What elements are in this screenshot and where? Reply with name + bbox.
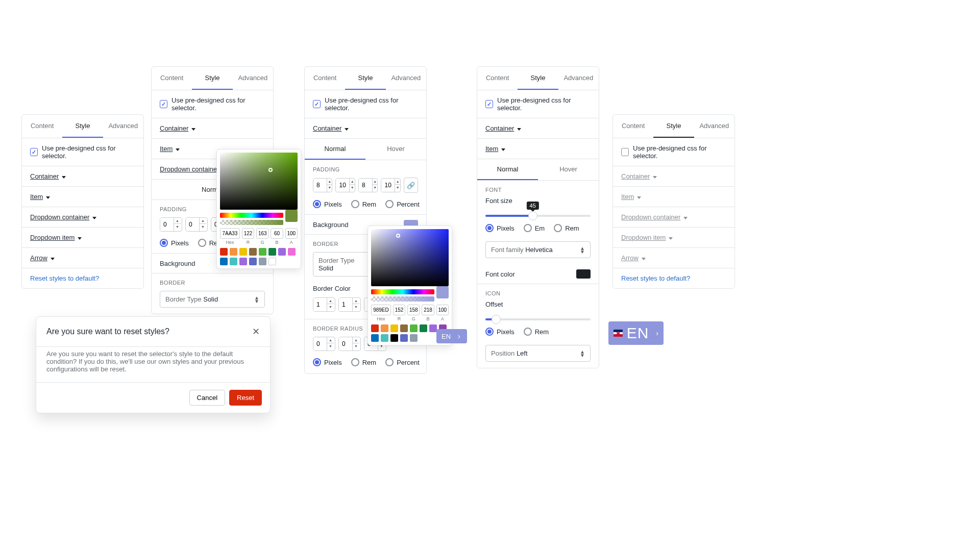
section-item[interactable]: Item <box>621 193 641 201</box>
g-input[interactable] <box>256 228 268 239</box>
hue-slider[interactable] <box>220 213 283 218</box>
hex-input[interactable] <box>371 305 391 315</box>
g-input[interactable] <box>407 305 420 315</box>
checkbox-icon[interactable] <box>621 148 629 156</box>
checkbox-icon <box>160 100 167 108</box>
border-label: BORDER <box>152 273 273 288</box>
alpha-slider[interactable] <box>220 220 283 225</box>
border-w-1[interactable]: ▲▼ <box>313 297 335 312</box>
flag-icon <box>614 330 623 337</box>
reset-styles-link[interactable]: Reset styles to default? <box>30 274 99 282</box>
icon-section-label: ICON <box>477 284 599 298</box>
radius-1[interactable]: ▲▼ <box>313 337 335 351</box>
reset-button[interactable]: Reset <box>229 390 262 406</box>
tab-content[interactable]: Content <box>477 67 518 90</box>
section-item[interactable]: Item <box>485 145 505 153</box>
unit-pixels[interactable]: Pixels <box>313 358 342 366</box>
tab-advanced[interactable]: Advanced <box>694 115 734 138</box>
modal-title: Are you sure want to reset styles? <box>46 327 169 336</box>
r-input[interactable] <box>393 305 405 315</box>
tab-content[interactable]: Content <box>305 67 345 90</box>
font-family-select[interactable]: Font family Helvetica ▲▼ <box>485 241 591 258</box>
tab-style[interactable]: Style <box>345 67 385 90</box>
section-dropdown-item[interactable]: Dropdown item <box>30 234 82 241</box>
offset-slider[interactable] <box>485 318 591 320</box>
alpha-slider[interactable] <box>371 296 434 302</box>
border-type-select[interactable]: Border Type Solid ▲▼ <box>160 291 265 308</box>
section-container[interactable]: Container <box>160 124 195 132</box>
unit-pixels[interactable]: Pixels <box>160 239 189 247</box>
b-input[interactable] <box>422 305 434 315</box>
reset-styles-link[interactable]: Reset styles to default? <box>621 274 690 282</box>
border-type-select[interactable]: Border Type Solid <box>313 252 369 277</box>
unit-pixels[interactable]: Pixels <box>485 224 514 232</box>
section-container[interactable]: Container <box>30 172 66 180</box>
section-item[interactable]: Item <box>30 193 50 201</box>
background-label: Background <box>160 260 195 267</box>
tab-content[interactable]: Content <box>22 115 62 138</box>
padding-top[interactable]: ▲▼ <box>160 217 182 232</box>
section-arrow[interactable]: Arrow <box>30 254 55 262</box>
unit-pixels[interactable]: Pixels <box>313 200 342 208</box>
subtab-hover[interactable]: Hover <box>365 139 426 160</box>
section-container[interactable]: Container <box>485 124 521 132</box>
unit-rem[interactable]: Rem <box>351 200 376 208</box>
color-preview <box>285 210 298 222</box>
subtab-hover[interactable]: Hover <box>538 159 599 180</box>
unit-rem[interactable]: Rem <box>554 224 579 232</box>
position-select[interactable]: Position Left ▲▼ <box>485 345 591 362</box>
tab-style[interactable]: Style <box>192 67 232 90</box>
checkbox-row[interactable]: Use pre-designed css for selector. <box>22 138 143 166</box>
tab-advanced[interactable]: Advanced <box>386 67 426 90</box>
sv-area[interactable] <box>371 229 449 286</box>
hex-input[interactable] <box>220 228 240 239</box>
section-dropdown-item[interactable]: Dropdown item <box>621 234 673 241</box>
radius-2[interactable]: ▲▼ <box>338 337 361 351</box>
unit-pixels[interactable]: Pixels <box>485 328 514 336</box>
section-dropdown-container[interactable]: Dropdown container <box>621 213 688 221</box>
tabs: Content Style Advanced <box>22 115 143 138</box>
unit-rem[interactable]: Rem <box>524 328 549 336</box>
section-arrow[interactable]: Arrow <box>621 254 646 262</box>
chevron-right-icon: › <box>656 329 658 337</box>
a-input[interactable] <box>285 228 298 239</box>
close-icon[interactable]: ✕ <box>252 326 260 337</box>
tab-content[interactable]: Content <box>613 115 653 138</box>
font-color-swatch[interactable] <box>576 269 591 279</box>
unit-em[interactable]: Em <box>524 224 545 232</box>
hue-slider[interactable] <box>371 289 434 294</box>
a-input[interactable] <box>436 305 449 315</box>
unit-rem[interactable]: Rem <box>351 358 376 366</box>
tab-content[interactable]: Content <box>152 67 192 90</box>
padding-bottom[interactable]: ▲▼ <box>358 178 378 192</box>
tab-style[interactable]: Style <box>518 67 558 90</box>
unit-percent[interactable]: Percent <box>385 358 420 366</box>
background-label: Background <box>313 221 348 229</box>
language-badge-large[interactable]: EN › <box>608 321 664 345</box>
subtab-normal[interactable]: Normal <box>477 159 538 180</box>
section-item[interactable]: Item <box>160 145 180 153</box>
unit-percent[interactable]: Percent <box>385 200 420 208</box>
sv-area[interactable] <box>220 153 298 210</box>
tab-style[interactable]: Style <box>62 115 103 138</box>
padding-top[interactable]: ▲▼ <box>313 178 332 192</box>
color-preview <box>436 286 449 298</box>
subtab-normal[interactable]: Normal <box>305 139 365 160</box>
section-container[interactable]: Container <box>313 124 349 132</box>
padding-right[interactable]: ▲▼ <box>185 217 208 232</box>
cancel-button[interactable]: Cancel <box>189 390 225 406</box>
padding-left[interactable]: ▲▼ <box>381 178 400 192</box>
language-badge-small[interactable]: EN› <box>436 329 467 343</box>
tab-style[interactable]: Style <box>653 115 694 138</box>
link-icon[interactable]: 🔗 <box>404 178 418 193</box>
tab-advanced[interactable]: Advanced <box>103 115 143 138</box>
font-size-slider[interactable]: 45 <box>485 215 591 217</box>
tab-advanced[interactable]: Advanced <box>558 67 599 90</box>
b-input[interactable] <box>271 228 283 239</box>
padding-right[interactable]: ▲▼ <box>335 178 355 192</box>
r-input[interactable] <box>242 228 254 239</box>
section-container[interactable]: Container <box>621 172 657 180</box>
tab-advanced[interactable]: Advanced <box>233 67 273 90</box>
section-dropdown-container[interactable]: Dropdown container <box>30 213 96 221</box>
border-w-2[interactable]: ▲▼ <box>338 297 361 312</box>
